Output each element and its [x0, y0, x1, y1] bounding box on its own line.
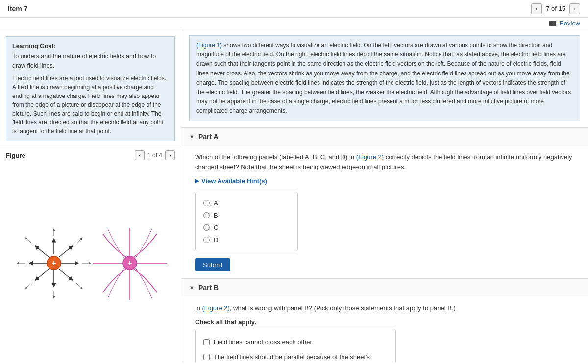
- svg-line-9: [35, 246, 49, 257]
- figure1-link[interactable]: (Figure 1): [196, 42, 222, 49]
- page-title: Item 7: [8, 5, 27, 13]
- part-a-label: Part A: [198, 133, 219, 141]
- svg-text:+: +: [51, 259, 56, 267]
- part-b-section: ▼ Part B In (Figure 2), what is wrong wi…: [181, 278, 588, 362]
- part-b-arrow: ▼: [189, 285, 195, 291]
- figure-prev-button[interactable]: ‹: [135, 150, 145, 160]
- learning-goal-title: Learning Goal:: [12, 42, 169, 51]
- option-d[interactable]: D: [203, 234, 290, 246]
- svg-text:+: +: [127, 259, 132, 267]
- check-2-label: The field lines should be parallel becau…: [214, 353, 388, 362]
- radio-c[interactable]: [203, 224, 210, 231]
- part-b-question: In (Figure 2), what is wrong with panel …: [195, 303, 574, 314]
- option-c[interactable]: C: [203, 221, 290, 234]
- figure-section: Figure ‹ 1 of 4 › +: [0, 146, 181, 362]
- svg-line-5: [59, 269, 73, 280]
- learning-goal-box: Learning Goal: To understand the nature …: [6, 36, 175, 141]
- navigation: ‹ 7 of 15 ›: [531, 3, 580, 14]
- part-a-submit[interactable]: Submit: [195, 258, 230, 271]
- part-a-header[interactable]: ▼ Part A: [181, 128, 588, 146]
- hint-link-a[interactable]: ▶ View Available Hint(s): [195, 177, 574, 185]
- option-a-label: A: [214, 199, 218, 207]
- option-d-label: D: [214, 236, 218, 243]
- radio-a[interactable]: [203, 200, 210, 206]
- sidebar: Learning Goal: To understand the nature …: [0, 29, 181, 362]
- option-a[interactable]: A: [203, 197, 290, 209]
- next-button[interactable]: ›: [569, 3, 580, 14]
- option-b-label: B: [214, 212, 218, 219]
- learning-goal-subtitle: To understand the nature of electric fie…: [12, 52, 169, 71]
- radio-b[interactable]: [203, 212, 210, 218]
- figure-next-button[interactable]: ›: [165, 150, 175, 160]
- svg-line-3: [59, 246, 73, 257]
- part-b-body: In (Figure 2), what is wrong with panel …: [181, 296, 588, 362]
- check-all-apply: Check all that apply.: [195, 318, 574, 326]
- svg-line-16: [25, 283, 32, 289]
- main-layout: Learning Goal: To understand the nature …: [0, 29, 588, 362]
- header: Item 7 ‹ 7 of 15 ›: [0, 0, 588, 18]
- review-bar: Review: [0, 18, 588, 29]
- checkbox-2[interactable]: The field lines should be parallel becau…: [203, 350, 388, 362]
- radio-d[interactable]: [203, 237, 210, 243]
- figure-counter: 1 of 4: [147, 152, 162, 159]
- part-a-arrow: ▼: [189, 134, 195, 140]
- review-icon: [549, 21, 556, 26]
- figure-nav: ‹ 1 of 4 ›: [135, 150, 175, 160]
- part-a-body: Which of the following panels (labelled …: [181, 146, 588, 279]
- part-a-figure2-link[interactable]: (Figure 2): [356, 153, 384, 161]
- part-b-figure2-link[interactable]: (Figure 2): [202, 304, 229, 312]
- svg-line-14: [76, 238, 82, 243]
- part-b-header[interactable]: ▼ Part B: [181, 279, 588, 296]
- part-a-question: Which of the following panels (labelled …: [195, 152, 574, 173]
- svg-line-7: [35, 269, 49, 280]
- part-a-section: ▼ Part A Which of the following panels (…: [181, 127, 588, 279]
- hint-arrow-a: ▶: [195, 178, 199, 184]
- prev-button[interactable]: ‹: [531, 3, 542, 14]
- figure-header: Figure ‹ 1 of 4 ›: [0, 146, 181, 164]
- page-counter: 7 of 15: [546, 5, 565, 12]
- intro-box: (Figure 1) shows two different ways to v…: [189, 35, 580, 121]
- figure-canvas: +: [0, 164, 181, 362]
- check-1[interactable]: [203, 339, 210, 345]
- part-b-checkboxes: Field lines cannot cross each other. The…: [195, 329, 396, 362]
- checkbox-1[interactable]: Field lines cannot cross each other.: [203, 335, 388, 350]
- review-link[interactable]: Review: [559, 20, 580, 27]
- check-2[interactable]: [203, 354, 210, 360]
- learning-goal-body: Electric field lines are a tool used to …: [12, 74, 169, 136]
- part-b-label: Part B: [198, 284, 219, 291]
- content-area[interactable]: (Figure 1) shows two different ways to v…: [181, 29, 588, 362]
- svg-line-15: [76, 283, 82, 289]
- option-c-label: C: [214, 224, 218, 231]
- part-a-options: A B C D: [195, 192, 298, 251]
- hint-label-a: View Available Hint(s): [201, 177, 267, 185]
- figure-svg: +: [10, 224, 172, 302]
- check-1-label: Field lines cannot cross each other.: [214, 338, 314, 347]
- option-b[interactable]: B: [203, 209, 290, 221]
- svg-line-17: [25, 238, 32, 243]
- figure-label: Figure: [6, 152, 25, 159]
- intro-text: shows two different ways to visualize an…: [196, 42, 571, 114]
